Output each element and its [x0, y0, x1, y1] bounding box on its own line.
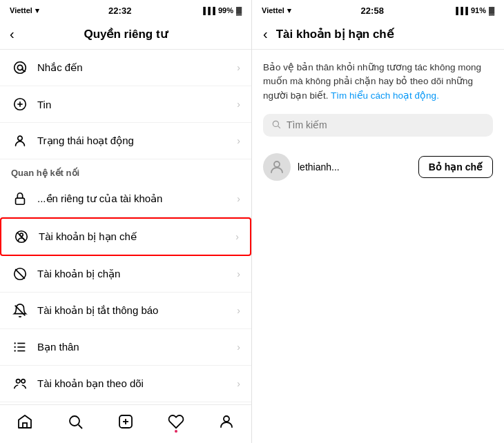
svg-rect-19 [23, 423, 27, 428]
menu-item-nhac-den[interactable]: Nhắc đến › [0, 50, 251, 86]
rieng-tu-chevron: › [237, 193, 240, 204]
following-icon [11, 375, 29, 393]
left-carrier: Viettel [10, 6, 32, 14]
search-input[interactable] [287, 119, 485, 130]
svg-point-5 [18, 136, 22, 140]
menu-item-theo-doi[interactable]: Tài khoản bạn theo dõi › [0, 366, 251, 402]
nav-add[interactable] [117, 413, 134, 430]
bottom-nav [0, 404, 251, 443]
left-panel: Viettel ▾ 22:32 ▐▐▐ 99% ▓ ‹ Quyền riêng … [0, 0, 252, 443]
menu-item-trang-thai[interactable]: Trạng thái hoạt động › [0, 123, 251, 159]
left-status-bar: Viettel ▾ 22:32 ▐▐▐ 99% ▓ [0, 0, 251, 19]
left-header: ‹ Quyền riêng tư [0, 19, 251, 50]
left-battery-icon: ▓ [236, 6, 242, 14]
description-link[interactable]: Tìm hiểu cách hoạt động. [331, 90, 439, 101]
svg-point-17 [17, 380, 21, 384]
han-che-label: Tài khoản bị hạn chế [39, 230, 235, 243]
right-time: 22:58 [361, 6, 384, 16]
nav-home[interactable] [17, 413, 33, 430]
menu-item-rieng-tu[interactable]: ...ền riêng tư của tài khoản › [0, 181, 251, 217]
chan-label: Tài khoản bị chặn [37, 268, 237, 280]
svg-point-9 [20, 233, 23, 237]
svg-point-18 [21, 380, 26, 384]
user-info: lethianh... [263, 153, 340, 181]
left-wifi-icon: ▾ [35, 6, 39, 15]
right-header-title: Tài khoản bị hạn chế [276, 27, 394, 41]
right-status-right: ▐▐▐ 91% ▓ [454, 6, 494, 14]
nav-heart[interactable] [168, 413, 184, 430]
right-status-bar: Viettel ▾ 22:58 ▐▐▐ 91% ▓ [252, 0, 504, 19]
bo-han-che-button[interactable]: Bỏ hạn chế [418, 156, 493, 178]
theo-doi-chevron: › [237, 378, 240, 389]
left-menu-list: Nhắc đến › Tin › Trạng thái hoạt động › [0, 50, 251, 404]
right-back-button[interactable]: ‹ [263, 26, 268, 42]
star-list-icon [11, 338, 29, 356]
lock-icon [11, 190, 29, 208]
right-battery-icon: ▓ [489, 6, 494, 14]
restricted-icon [12, 228, 30, 246]
menu-item-tat-thong-bao[interactable]: Tài khoản bị tắt thông báo › [0, 293, 251, 329]
ban-than-chevron: › [237, 342, 240, 353]
left-signal-icon: ▐▐▐ [201, 7, 215, 14]
svg-rect-6 [16, 198, 25, 204]
nav-search[interactable] [67, 413, 84, 430]
mention-icon [11, 59, 29, 77]
rieng-tu-label: ...ền riêng tư của tài khoản [37, 193, 237, 205]
nav-profile[interactable] [218, 413, 235, 430]
svg-line-21 [79, 424, 83, 429]
tat-thong-bao-chevron: › [237, 305, 240, 316]
section-quan-he: Quan hệ kết nối [0, 159, 251, 181]
user-name: lethianh... [298, 161, 340, 173]
theo-doi-label: Tài khoản bạn theo dõi [37, 377, 237, 390]
avatar [263, 153, 291, 181]
trang-thai-chevron: › [237, 135, 240, 146]
right-header: ‹ Tài khoản bị hạn chế [252, 19, 504, 50]
menu-item-tin[interactable]: Tin › [0, 86, 251, 123]
tin-label: Tin [37, 99, 237, 110]
user-row: lethianh... Bỏ hạn chế [263, 148, 493, 186]
svg-point-28 [274, 161, 280, 167]
svg-point-25 [224, 416, 229, 422]
right-content: Bảo vệ bản thân khỏi những tương tác khô… [252, 50, 504, 443]
nhac-den-label: Nhắc đến [37, 61, 237, 74]
left-back-button[interactable]: ‹ [10, 26, 14, 42]
description-text: Bảo vệ bản thân khỏi những tương tác khô… [263, 61, 493, 103]
right-battery: 91% [471, 6, 486, 14]
menu-item-chan[interactable]: Tài khoản bị chặn › [0, 256, 251, 293]
left-header-title: Quyền riêng tư [84, 27, 167, 41]
left-status-right: ▐▐▐ 99% ▓ [201, 6, 242, 14]
message-plus-icon [11, 95, 29, 113]
menu-item-han-che[interactable]: Tài khoản bị hạn chế › [0, 217, 251, 256]
right-status-left: Viettel ▾ [262, 6, 291, 15]
right-carrier: Viettel [262, 6, 284, 14]
left-time: 22:32 [108, 6, 131, 16]
chan-chevron: › [237, 268, 240, 279]
left-status-left: Viettel ▾ [10, 6, 39, 15]
right-wifi-icon: ▾ [287, 6, 291, 15]
tin-chevron: › [237, 99, 240, 110]
svg-point-26 [273, 121, 278, 126]
blocked-icon [11, 265, 29, 283]
svg-point-0 [17, 65, 22, 70]
svg-point-20 [70, 416, 79, 426]
svg-line-27 [278, 126, 280, 128]
right-signal-icon: ▐▐▐ [454, 7, 468, 14]
han-che-chevron: › [235, 231, 239, 242]
heart-dot [175, 430, 177, 433]
nhac-den-chevron: › [237, 62, 240, 73]
menu-item-ban-than[interactable]: Bạn thân › [0, 329, 251, 366]
ban-than-label: Bạn thân [37, 341, 237, 353]
person-icon [11, 132, 29, 150]
left-battery: 99% [218, 6, 233, 14]
tat-thong-bao-label: Tài khoản bị tắt thông báo [37, 304, 237, 317]
svg-line-11 [15, 269, 25, 279]
right-panel: Viettel ▾ 22:58 ▐▐▐ 91% ▓ ‹ Tài khoản bị… [252, 0, 504, 443]
search-icon [271, 119, 281, 131]
search-bar[interactable] [263, 114, 493, 137]
trang-thai-label: Trạng thái hoạt động [37, 135, 237, 147]
mute-icon [11, 302, 29, 319]
